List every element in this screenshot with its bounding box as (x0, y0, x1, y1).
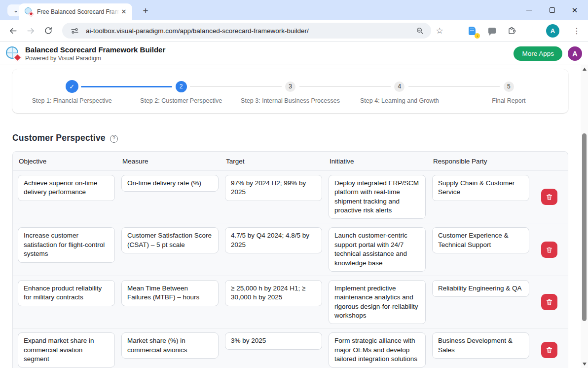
browser-window: ⌄ Free Balanced Scorecard Framew ✕ + ✕ (0, 0, 588, 368)
responsible-party-field[interactable]: Reliability Engineering & QA (432, 280, 529, 297)
browser-toolbar: ai-toolbox.visual-paradigm.com/app/balan… (0, 20, 588, 42)
browser-menu-icon[interactable]: ⋮ (570, 24, 583, 37)
step-5-label: Final Report (454, 97, 563, 104)
app-user-avatar[interactable]: A (568, 46, 582, 61)
site-settings-icon[interactable] (68, 24, 81, 37)
step-connector (190, 86, 281, 87)
objective-field[interactable]: Enhance product reliability for military… (18, 280, 115, 306)
step-2-label: Step 2: Customer Perspective (126, 97, 235, 104)
stepper-step-1[interactable]: ✓ Step 1: Financial Perspective (17, 80, 126, 104)
new-tab-button[interactable]: + (139, 4, 152, 17)
stepper-step-4[interactable]: 4 Step 4: Learning and Growth (345, 80, 454, 104)
stepper-step-2[interactable]: 2 Step 2: Customer Perspective (126, 80, 235, 104)
stepper-step-3[interactable]: 3 Step 3: Internal Business Processes (236, 80, 345, 104)
page-content: ✓ Step 1: Financial Perspective 2 Step 2… (0, 65, 581, 368)
step-4-number: 4 (394, 82, 404, 92)
stepper-step-5[interactable]: 5 Final Report (454, 80, 563, 104)
powered-by: Powered by Visual Paradigm (25, 55, 165, 62)
reload-button[interactable] (40, 23, 56, 39)
responsible-party-field[interactable]: Supply Chain & Customer Service (432, 175, 529, 201)
trash-icon (546, 193, 553, 201)
delete-row-button[interactable] (541, 189, 557, 205)
browser-titlebar: ⌄ Free Balanced Scorecard Framew ✕ + ✕ (0, 0, 588, 20)
app-title: Balanced Scorecard Framework Builder (25, 45, 165, 54)
help-icon[interactable]: ? (110, 135, 118, 143)
extension-icons: ↓ A ⋮ (466, 24, 583, 38)
table-row: Achieve superior on-time delivery perfor… (13, 171, 568, 223)
forward-button[interactable] (23, 23, 38, 39)
trash-icon (546, 246, 553, 253)
download-page-extension-icon[interactable]: ↓ (466, 24, 478, 37)
maximize-button[interactable] (548, 5, 556, 14)
column-header-actions (536, 158, 563, 165)
bookmark-star-icon[interactable]: ☆ (432, 23, 447, 38)
trash-icon (546, 346, 553, 354)
toolbar-separator (532, 26, 532, 36)
step-connector (81, 86, 172, 87)
scrollbar-thumb[interactable] (582, 133, 587, 321)
scrollbar-up-arrow[interactable] (581, 66, 588, 73)
maximize-icon (550, 7, 555, 13)
zoom-out-icon[interactable] (413, 24, 426, 37)
visual-paradigm-link[interactable]: Visual Paradigm (58, 55, 101, 62)
column-header-initiative: Initiative (329, 158, 426, 165)
column-header-target: Target (225, 158, 322, 165)
window-controls: ✕ (525, 0, 584, 20)
step-connector (299, 86, 391, 87)
measure-field[interactable]: Customer Satisfaction Score (CSAT) – 5 p… (121, 227, 219, 253)
initiative-field[interactable]: Launch customer-centric support portal w… (329, 227, 426, 271)
target-field[interactable]: ≥ 25,000 h by 2024 H1; ≥ 30,000 h by 202… (225, 280, 322, 306)
minimize-icon (526, 10, 532, 10)
app-title-block: Balanced Scorecard Framework Builder Pow… (25, 45, 165, 62)
responsible-party-field[interactable]: Business Development & Sales (432, 332, 529, 359)
chevron-down-icon: ⌄ (13, 7, 18, 14)
url-text: ai-toolbox.visual-paradigm.com/app/balan… (86, 27, 413, 35)
step-1-check-icon: ✓ (66, 80, 78, 93)
responsible-party-field[interactable]: Customer Experience & Technical Support (432, 227, 529, 253)
minimize-button[interactable] (525, 5, 534, 14)
column-header-responsible-party: Responsible Party (432, 158, 529, 165)
powered-by-prefix: Powered by (25, 55, 58, 62)
close-button[interactable]: ✕ (570, 5, 579, 14)
back-button[interactable] (5, 23, 21, 39)
objective-field[interactable]: Achieve superior on-time delivery perfor… (18, 175, 115, 201)
tab-close-button[interactable]: ✕ (119, 7, 128, 16)
initiative-field[interactable]: Deploy integrated ERP/SCM platform with … (329, 175, 426, 219)
objective-field[interactable]: Increase customer satisfaction for fligh… (18, 227, 115, 262)
initiative-field[interactable]: Form strategic alliance with major OEMs … (329, 332, 426, 368)
app-header: Balanced Scorecard Framework Builder Pow… (0, 42, 588, 65)
scrollbar-down-arrow[interactable] (581, 361, 588, 368)
initiative-field[interactable]: Implement predictive maintenance analyti… (329, 280, 426, 324)
forward-arrow-icon (26, 26, 36, 36)
trash-icon (546, 298, 553, 306)
reload-icon (44, 26, 53, 35)
stepper: ✓ Step 1: Financial Perspective 2 Step 2… (12, 69, 568, 113)
delete-row-button[interactable] (541, 242, 557, 258)
extensions-puzzle-icon[interactable] (505, 24, 518, 37)
browser-tab[interactable]: Free Balanced Scorecard Framew ✕ (19, 3, 132, 20)
close-icon: ✕ (572, 6, 578, 14)
delete-row-button[interactable] (541, 294, 557, 310)
step-5-number: 5 (504, 82, 514, 92)
url-bar[interactable]: ai-toolbox.visual-paradigm.com/app/balan… (62, 23, 431, 39)
browser-profile-avatar[interactable]: A (546, 24, 559, 38)
more-apps-button[interactable]: More Apps (514, 46, 562, 61)
table-row: Expand market share in commercial aviati… (13, 328, 568, 368)
measure-field[interactable]: Mean Time Between Failures (MTBF) – hour… (121, 280, 219, 306)
target-field[interactable]: 4.7/5 by Q4 2024; 4.8/5 by 2025 (225, 227, 322, 253)
comment-bubble-icon[interactable] (485, 24, 498, 37)
target-field[interactable]: 97% by 2024 H2; 99% by 2025 (225, 175, 322, 201)
step-3-number: 3 (285, 82, 295, 92)
delete-row-button[interactable] (541, 342, 557, 358)
objective-field[interactable]: Expand market share in commercial aviati… (18, 332, 115, 368)
target-field[interactable]: 3% by 2025 (225, 332, 322, 349)
app-logo-icon (6, 46, 21, 61)
back-arrow-icon (8, 26, 18, 36)
page-scrollbar[interactable] (581, 65, 588, 368)
table-row: Enhance product reliability for military… (13, 276, 568, 328)
table-row: Increase customer satisfaction for fligh… (13, 223, 568, 275)
tab-title: Free Balanced Scorecard Framew (37, 8, 119, 15)
step-connector (408, 86, 500, 87)
measure-field[interactable]: On-time delivery rate (%) (121, 175, 219, 192)
measure-field[interactable]: Market share (%) in commercial avionics (121, 332, 219, 359)
